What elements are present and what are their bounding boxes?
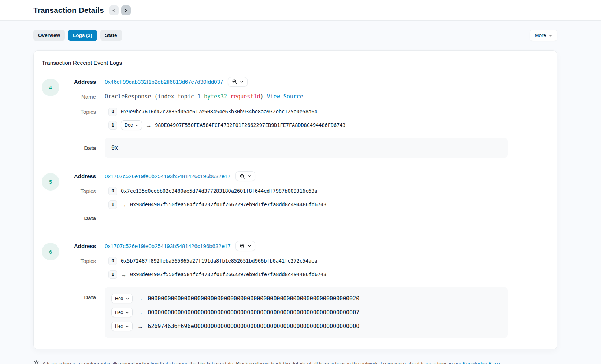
page-footer: A transaction is a cryptographically sig… [33,360,557,364]
data-format-label: Hex [115,310,123,315]
contract-address-link[interactable]: 0x1707c526e19fe0b254193b5481426c196b632e… [105,173,231,179]
chevron-down-icon [126,325,129,328]
address-zoom-dropdown-button[interactable] [235,171,255,181]
chevron-down-icon [126,311,129,314]
name-label: Name [59,94,96,100]
data-value: 0x [111,145,118,151]
page-title: Transaction Details [33,6,104,15]
footer-period: . [500,361,501,364]
name-row: Name OracleResponse (index_topic_1 bytes… [59,91,549,102]
previous-transaction-button[interactable] [109,5,119,15]
address-row: Address 0x1707c526e19fe0b254193b5481426c… [59,241,549,251]
chevron-down-icon [248,174,251,178]
topic-row: Topics 0 0x7cc135e0cebb02c3480ae5d74d377… [59,186,549,196]
data-row: Data Hex → 00000000000000000000000000000… [59,287,549,338]
param-name: requestId [230,93,260,100]
data-format-dropdown[interactable]: Hex [111,294,133,303]
log-index-badge: 4 [42,79,59,96]
address-label: Address [59,173,96,179]
data-format-label: Hex [115,324,123,329]
log-index-badge: 5 [42,173,59,191]
topic-value: 0x7cc135e0cebb02c3480ae5d74d377283180a26… [121,188,317,194]
data-format-label: Hex [115,296,123,301]
log-entry: 6 Address 0x1707c526e19fe0b254193b548142… [42,241,549,338]
chevron-down-icon [549,34,552,37]
arrow-right-icon: → [137,296,143,301]
data-row: Data 0x [59,138,549,158]
data-label: Data [59,294,96,300]
data-word-value: 626974636f696e00000000000000000000000000… [148,323,359,330]
log-data-box: 0x [105,138,508,158]
topic-value: 0x5b72487f892feba565865a27f191da8fb1e852… [121,258,317,264]
topics-label: Topics [59,188,96,194]
tab-logs[interactable]: Logs (3) [68,30,97,41]
topic-format-label: Dec [125,123,133,128]
topic-row: Topics 0 0x5b72487f892feba565865a27f191d… [59,256,549,266]
tab-state[interactable]: State [100,30,122,41]
chevron-right-icon [124,8,128,12]
topics-label: Topics [59,258,96,264]
knowledge-base-link[interactable]: Knowledge Base [463,361,500,364]
topic-index-badge: 1 [108,121,117,130]
topic-format-dropdown[interactable]: Dec [121,120,142,130]
page-header: Transaction Details [0,0,601,21]
data-row: Data [59,213,549,223]
signature-close-paren: ) [260,93,263,100]
footer-description: A transaction is a cryptographically sig… [42,361,463,364]
more-dropdown-button[interactable]: More [530,30,557,41]
address-zoom-dropdown-button[interactable] [228,77,248,87]
footer-text: A transaction is a cryptographically sig… [42,361,501,364]
data-format-dropdown[interactable]: Hex [111,322,133,331]
magnifier-plus-icon [232,79,237,85]
contract-address-link[interactable]: 0x1707c526e19fe0b254193b5481426c196b632e… [105,243,231,249]
next-transaction-button[interactable] [121,5,131,15]
log-entry: 5 Address 0x1707c526e19fe0b254193b548142… [42,171,549,228]
topic-value: 0x98de04907f550fea584fcf4732f01f2662297e… [130,271,326,277]
pagination-nav [109,5,131,15]
data-label: Data [59,215,96,221]
address-row: Address 0x1707c526e19fe0b254193b5481426c… [59,171,549,181]
log-divider [42,232,549,232]
contract-address-link[interactable]: 0x46eff99cab332f1b2eb2ff6813d67e7d30fdd0… [105,79,223,85]
address-label: Address [59,79,96,85]
view-source-link[interactable]: View Source [267,93,303,100]
arrow-right-icon: → [137,310,143,315]
tab-overview[interactable]: Overview [33,30,65,41]
chevron-left-icon [112,8,116,12]
topic-row: 1 → 0x98de04907f550fea584fcf4732f01f2662… [59,269,549,279]
topic-index-badge: 1 [108,270,117,279]
chevron-down-icon [248,244,251,248]
event-signature: OracleResponse (index_topic_1 bytes32 re… [105,93,303,100]
topic-value: 0x98de04907f550fea584fcf4732f01f2662297e… [130,202,326,207]
topic-value: 0x9e9bc7616d42c2835d05ae617e508454e63b30… [121,109,317,115]
log-index-badge: 6 [42,243,59,260]
log-entry: 4 Address 0x46eff99cab332f1b2eb2ff6813d6… [42,76,549,158]
log-divider [42,162,549,162]
address-label: Address [59,243,96,249]
more-button-label: More [535,33,546,38]
topic-row: 1 Dec → 98DE04907F550FEA584FCF4732F01F26… [59,120,549,130]
topic-index-badge: 0 [108,187,117,195]
chevron-down-icon [126,297,129,300]
arrow-right-icon: → [146,123,151,128]
magnifier-plus-icon [240,173,245,179]
card-title: Transaction Receipt Event Logs [42,60,549,66]
arrow-right-icon: → [121,202,126,207]
event-logs-card: Transaction Receipt Event Logs 4 Address… [33,50,557,349]
topic-index-badge: 1 [108,200,117,209]
arrow-right-icon: → [137,324,143,329]
topic-index-badge: 0 [108,257,117,265]
data-word-value: 0000000000000000000000000000000000000000… [148,309,359,316]
tab-list: Overview Logs (3) State [33,30,122,41]
chevron-down-icon [135,124,138,127]
topic-row: Topics 0 0x9e9bc7616d42c2835d05ae617e508… [59,106,549,117]
magnifier-plus-icon [240,243,245,249]
arrow-right-icon: → [121,272,126,277]
address-zoom-dropdown-button[interactable] [235,241,255,251]
data-label: Data [59,145,96,151]
param-type: bytes32 [204,93,227,100]
data-format-dropdown[interactable]: Hex [111,308,133,317]
tabs-row: Overview Logs (3) State More [33,30,557,41]
topic-value: 98DE04907F550FEA584FCF4732F01F2662297EB9… [155,122,345,128]
topic-row: 1 → 0x98de04907f550fea584fcf4732f01f2662… [59,199,549,210]
